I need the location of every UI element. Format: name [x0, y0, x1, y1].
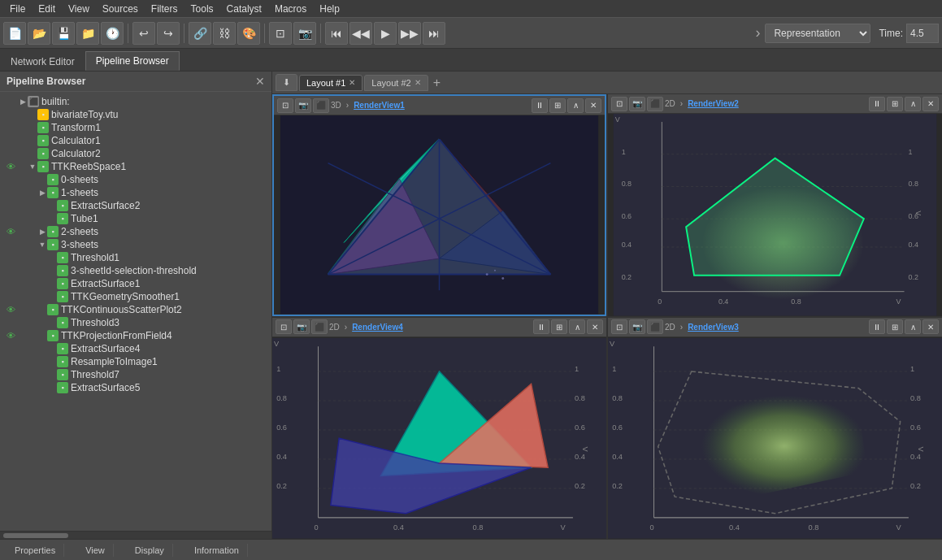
undo-button[interactable]: ↩: [132, 22, 155, 45]
tree-item-extractsurface1[interactable]: ▪ ExtractSurface1: [0, 277, 271, 290]
first-frame-button[interactable]: ⏮: [325, 22, 348, 45]
open-button[interactable]: 📂: [28, 22, 50, 45]
tree-item-ttkgeo[interactable]: ▪ TTKGeometrySmoother1: [0, 290, 271, 303]
renderview4-content[interactable]: 1 0.8 0.6 0.4 0.2 0 0.4 0.8 V V: [272, 337, 606, 540]
rv4-expand[interactable]: ›: [345, 323, 347, 332]
rv3-pause-btn[interactable]: ⏸: [869, 319, 885, 334]
layout-tab-1-close[interactable]: ✕: [349, 78, 355, 87]
rv4-layout-btn[interactable]: ⊞: [551, 319, 567, 334]
rv3-snap-btn[interactable]: ⬛: [647, 319, 663, 334]
menu-file[interactable]: File: [3, 2, 32, 16]
redo-button[interactable]: ↪: [157, 22, 180, 45]
tree-item-bivariate[interactable]: ▪ bivariateToy.vtu: [0, 108, 271, 121]
rv1-screenshot-btn[interactable]: 📷: [295, 98, 311, 113]
screenshot-button[interactable]: 📷: [293, 22, 316, 45]
rv4-camera-btn[interactable]: ⊡: [276, 319, 292, 334]
vis-col-ttkreebspace1[interactable]: 👁: [3, 162, 18, 171]
tree-item-1sheets[interactable]: ▶ ▪ 1-sheets: [0, 186, 271, 199]
rv2-pause-btn[interactable]: ⏸: [869, 97, 885, 111]
layout-tab-arrow[interactable]: ⬇: [276, 74, 297, 91]
rv2-label[interactable]: RenderView2: [688, 99, 739, 108]
menu-catalyst[interactable]: Catalyst: [220, 2, 268, 16]
statusbar-tab-information[interactable]: Information: [186, 544, 248, 557]
tree-item-tube1[interactable]: ▪ Tube1: [0, 212, 271, 225]
sidebar-close-button[interactable]: ✕: [255, 75, 265, 88]
layout-tab-2-close[interactable]: ✕: [415, 78, 421, 87]
menu-filters[interactable]: Filters: [145, 2, 184, 16]
toggle-ttkreebspace1[interactable]: ▼: [28, 162, 37, 171]
rv2-up-btn[interactable]: ∧: [905, 97, 921, 111]
rv1-up-btn[interactable]: ∧: [567, 98, 584, 113]
rv3-screenshot-btn[interactable]: 📷: [629, 319, 645, 334]
rv2-snap-btn[interactable]: ⬛: [647, 97, 663, 111]
rv4-up-btn[interactable]: ∧: [569, 319, 585, 334]
tree-item-extractsurface5[interactable]: ▪ ExtractSurface5: [0, 381, 271, 394]
disconnect-button[interactable]: ⛓: [213, 22, 236, 45]
recent-button[interactable]: 🕐: [101, 22, 124, 45]
tree-item-extractsurface4[interactable]: ▪ ExtractSurface4: [0, 342, 271, 355]
tree-item-calculator2[interactable]: ▪ Calculator2: [0, 147, 271, 160]
menu-edit[interactable]: Edit: [32, 2, 62, 16]
rv1-snap-btn[interactable]: ⬛: [313, 98, 329, 113]
rv2-camera-btn[interactable]: ⊡: [611, 97, 627, 111]
vis-col-ttkproj[interactable]: 👁: [3, 331, 18, 341]
tree-item-builtin[interactable]: ▶ ⬛ builtin:: [0, 95, 271, 108]
rv3-close-btn[interactable]: ✕: [922, 319, 939, 334]
rv1-camera-btn[interactable]: ⊡: [277, 98, 293, 113]
layout-tab-add[interactable]: +: [433, 76, 441, 90]
rv3-label[interactable]: RenderView3: [688, 323, 739, 332]
rv1-expand[interactable]: ›: [346, 101, 349, 110]
tab-pipeline-browser[interactable]: Pipeline Browser: [85, 51, 180, 71]
layout-tab-2[interactable]: Layout #2 ✕: [364, 75, 428, 91]
rv4-snap-btn[interactable]: ⬛: [311, 319, 328, 334]
rv4-pause-btn[interactable]: ⏸: [533, 319, 549, 334]
tree-item-extractsurface2[interactable]: ▪ ExtractSurface2: [0, 199, 271, 212]
connect-button[interactable]: 🔗: [189, 22, 211, 45]
vis-col-2sheets[interactable]: 👁: [3, 227, 18, 237]
toggle-3sheets[interactable]: ▼: [37, 240, 47, 250]
representation-select[interactable]: Representation: [765, 24, 870, 43]
renderview2-content[interactable]: 1 0.8 0.6 0.4 0.2 0 0.4 0.8 V V: [608, 114, 942, 316]
tree-item-2sheets[interactable]: 👁 ▶ ▪ 2-sheets: [0, 225, 271, 238]
save-state-button[interactable]: 💾: [52, 22, 75, 45]
rv4-screenshot-btn[interactable]: 📷: [293, 319, 310, 334]
tree-item-resample[interactable]: ▪ ResampleToImage1: [0, 355, 271, 368]
rv4-label[interactable]: RenderView4: [352, 323, 403, 332]
tree-item-threshold3[interactable]: ▪ Threshold3: [0, 316, 271, 329]
reset-camera-button[interactable]: ⊡: [269, 22, 292, 45]
statusbar-tab-view[interactable]: View: [77, 544, 114, 557]
renderview1-content[interactable]: [274, 115, 605, 315]
menu-help[interactable]: Help: [313, 2, 346, 16]
rv2-screenshot-btn[interactable]: 📷: [629, 97, 645, 111]
rv2-expand[interactable]: ›: [680, 99, 683, 108]
vis-col-ttkcont[interactable]: 👁: [3, 305, 18, 315]
rv4-close-btn[interactable]: ✕: [587, 319, 603, 334]
rv1-label[interactable]: RenderView1: [354, 101, 405, 110]
time-input[interactable]: [906, 24, 939, 43]
rv1-layout-btn[interactable]: ⊞: [549, 98, 566, 113]
menu-sources[interactable]: Sources: [96, 2, 145, 16]
statusbar-tab-properties[interactable]: Properties: [7, 544, 64, 557]
tree-item-threshold7[interactable]: ▪ Threshold7: [0, 368, 271, 381]
next-frame-button[interactable]: ▶▶: [398, 22, 421, 45]
renderview3-content[interactable]: 1 0.8 0.6 0.4 0.2 0 0.4 0.8 V V: [608, 337, 942, 540]
pipeline-tree[interactable]: ▶ ⬛ builtin: ▪ bivariateToy.vtu ▪ Transf…: [0, 92, 271, 531]
tree-item-ttkreebspace1[interactable]: 👁 ▼ ▪ TTKReebSpace1: [0, 160, 271, 173]
tree-item-ttkcont[interactable]: 👁 ▪ TTKContinuousScatterPlot2: [0, 303, 271, 316]
new-button[interactable]: 📄: [3, 22, 26, 45]
tree-item-3sheets[interactable]: ▼ ▪ 3-sheets: [0, 238, 271, 251]
menu-macros[interactable]: Macros: [268, 2, 313, 16]
tree-item-3sheetid[interactable]: ▪ 3-sheetId-selection-threshold: [0, 264, 271, 277]
rv1-pause-btn[interactable]: ⏸: [532, 98, 548, 113]
load-state-button[interactable]: 📁: [76, 22, 99, 45]
toolbar-expand-arrow[interactable]: ›: [752, 24, 763, 41]
rv3-up-btn[interactable]: ∧: [905, 319, 921, 334]
tab-network-editor[interactable]: Network Editor: [0, 52, 85, 71]
toggle-2sheets[interactable]: ▶: [37, 227, 47, 237]
prev-frame-button[interactable]: ◀◀: [349, 22, 372, 45]
last-frame-button[interactable]: ⏭: [423, 22, 445, 45]
rv2-layout-btn[interactable]: ⊞: [887, 97, 903, 111]
menu-view[interactable]: View: [62, 2, 96, 16]
toggle-builtin[interactable]: ▶: [18, 97, 28, 106]
rv3-layout-btn[interactable]: ⊞: [887, 319, 903, 334]
